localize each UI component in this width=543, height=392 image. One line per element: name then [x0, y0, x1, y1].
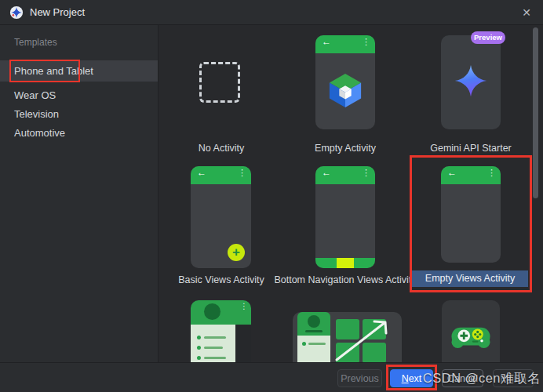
sidebar-item-phone-and-tablet[interactable]: Phone and Tablet	[0, 60, 158, 82]
sidebar-item-wear-os[interactable]: Wear OS	[0, 85, 158, 105]
kebab-menu-icon: ⋮	[487, 168, 496, 178]
template-card-navigation-drawer[interactable]: ⋮	[191, 300, 251, 362]
drawer-header	[297, 312, 330, 336]
fab-plus-icon: +	[228, 244, 245, 261]
template-card-empty-views-activity[interactable]: ← ⋮	[441, 166, 501, 263]
phone-header: ← ⋮	[315, 166, 375, 184]
diagonal-arrow-icon	[330, 314, 393, 362]
kebab-menu-icon: ⋮	[362, 37, 370, 47]
template-card-no-activity[interactable]	[199, 62, 240, 103]
template-label-no-activity: No Activity	[162, 143, 280, 154]
kebab-menu-icon: ⋮	[240, 302, 248, 310]
template-label-gemini-api-starter: Gemini API Starter	[412, 143, 530, 154]
gemini-star-icon	[454, 64, 487, 97]
kebab-menu-icon: ⋮	[362, 168, 370, 178]
drawer-list	[191, 325, 235, 362]
vertical-scrollbar[interactable]	[533, 27, 538, 198]
title-bar: New Project ✕	[0, 0, 543, 25]
preview-badge: Preview	[471, 31, 505, 44]
bottom-nav-bar	[315, 258, 375, 268]
csdn-watermark: CSDN @cen难取名	[423, 370, 541, 387]
phone-header: ← ⋮	[441, 166, 501, 184]
drawer-list	[297, 336, 330, 362]
back-arrow-icon: ←	[322, 167, 331, 178]
compose-cube-icon	[327, 71, 363, 107]
template-card-empty-activity[interactable]: ← ⋮	[315, 35, 375, 129]
previous-button[interactable]: Previous	[337, 369, 382, 387]
drawer-header: ⋮	[191, 300, 251, 325]
template-card-responsive-views[interactable]	[293, 312, 402, 362]
phone-header: ← ⋮	[315, 35, 375, 53]
sidebar-item-automotive[interactable]: Automotive	[0, 123, 158, 143]
template-grid: No Activity ← ⋮ Empty Activity	[159, 25, 543, 362]
template-card-basic-views-activity[interactable]: ← ⋮ +	[191, 166, 251, 268]
game-controller-icon	[449, 321, 493, 353]
new-project-dialog: New Project ✕ Templates Phone and Tablet…	[0, 0, 543, 392]
template-card-game-activity[interactable]	[442, 300, 500, 362]
template-label-basic-views-activity: Basic Views Activity	[162, 274, 280, 285]
back-arrow-icon: ←	[197, 167, 206, 178]
sidebar-item-television[interactable]: Television	[0, 104, 158, 124]
window-title: New Project	[30, 0, 85, 25]
template-card-gemini-api-starter[interactable]	[441, 35, 501, 129]
template-card-bottom-navigation-views-activity[interactable]: ← ⋮	[315, 166, 375, 268]
back-arrow-icon: ←	[447, 167, 457, 178]
close-icon[interactable]: ✕	[515, 2, 538, 24]
template-label-empty-activity: Empty Activity	[286, 143, 404, 154]
kebab-menu-icon: ⋮	[238, 168, 246, 178]
back-arrow-icon: ←	[322, 36, 331, 47]
footer-bar: Previous Next Cancel Finish CSDN @cen难取名	[0, 362, 543, 392]
template-label-empty-views-activity-selected[interactable]: Empty Views Activity	[412, 270, 528, 287]
sidebar-header-templates: Templates	[14, 37, 57, 48]
template-label-bottom-navigation-views-activity: Bottom Navigation Views Activity	[267, 274, 424, 285]
phone-header: ← ⋮	[191, 166, 251, 184]
templates-sidebar: Templates Phone and Tablet Wear OS Telev…	[0, 25, 159, 362]
android-studio-icon	[9, 5, 24, 20]
